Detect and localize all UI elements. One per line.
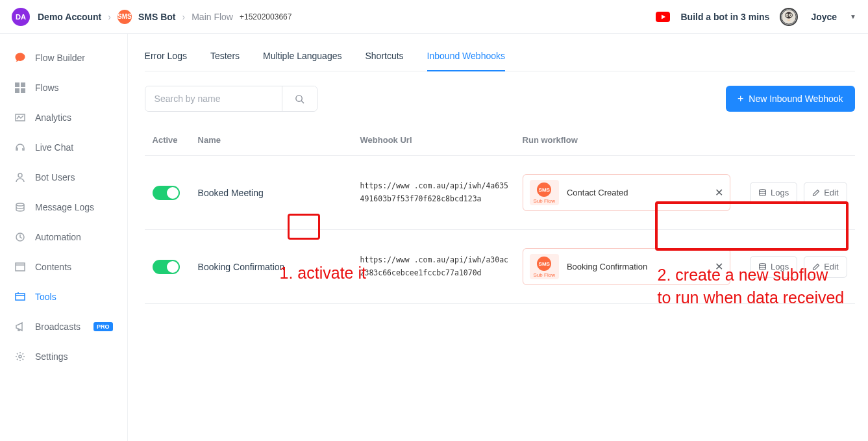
- chevron-down-icon: ▼: [850, 13, 856, 20]
- pencil-icon: [812, 189, 820, 197]
- avatar[interactable]: [780, 8, 798, 26]
- sidebar-item-label: Flow Builder: [35, 53, 85, 63]
- svg-point-19: [760, 190, 766, 192]
- sidebar-item-label: Message Logs: [35, 202, 94, 212]
- sidebar-item-automation[interactable]: Automation: [0, 222, 127, 252]
- stack-icon: [14, 201, 26, 213]
- tab-shortcuts[interactable]: Shortcuts: [365, 43, 403, 71]
- active-toggle[interactable]: [153, 260, 180, 274]
- workflow-name: Contact Created: [567, 188, 707, 197]
- logs-button[interactable]: Logs: [750, 182, 797, 204]
- svg-rect-10: [21, 88, 25, 93]
- grid-icon: [14, 82, 26, 94]
- automation-icon: [14, 231, 26, 243]
- sidebar-item-analytics[interactable]: Analytics: [0, 103, 127, 132]
- user-icon: [14, 171, 26, 183]
- user-menu[interactable]: Joyce: [811, 12, 837, 22]
- svg-point-13: [16, 203, 24, 206]
- svg-point-18: [295, 95, 301, 101]
- sidebar-item-label: Broadcasts: [35, 321, 81, 332]
- plus-icon: +: [738, 94, 743, 104]
- svg-point-6: [790, 14, 791, 16]
- col-header-workflow: Run workflow: [523, 135, 730, 145]
- subflow-label: Sub Flow: [534, 272, 555, 278]
- svg-rect-8: [21, 82, 25, 87]
- col-header-active: Active: [153, 135, 198, 145]
- stack-icon: [758, 188, 767, 197]
- gear-icon: [14, 351, 26, 362]
- svg-point-5: [787, 14, 788, 16]
- sidebar-item-label: Live Chat: [35, 142, 73, 153]
- col-header-url: Webhook Url: [360, 135, 523, 145]
- sidebar-item-settings[interactable]: Settings: [0, 342, 127, 372]
- search-input[interactable]: [145, 86, 282, 111]
- megaphone-icon: [14, 321, 26, 333]
- sidebar-item-contents[interactable]: Contents: [0, 252, 127, 282]
- sidebar-item-flow-builder[interactable]: Flow Builder: [0, 43, 127, 73]
- svg-rect-16: [16, 294, 25, 300]
- build-bot-link[interactable]: Build a bot in 3 mins: [680, 12, 769, 22]
- col-header-name: Name: [198, 135, 360, 145]
- tab-languages[interactable]: Multiple Languages: [263, 43, 341, 71]
- active-toggle[interactable]: [153, 186, 180, 200]
- webhook-url: https://www .com.au/api/iwh/a30ac2383c66…: [360, 254, 523, 279]
- crumb-bot[interactable]: SMS Bot: [138, 12, 176, 22]
- svg-point-12: [18, 173, 22, 177]
- chevron-right-icon: ›: [182, 12, 186, 22]
- sidebar-item-label: Settings: [35, 351, 68, 362]
- sms-icon: SMS: [537, 183, 551, 197]
- tab-inbound-webhooks[interactable]: Inbound Webhooks: [427, 43, 505, 71]
- account-badge[interactable]: DA: [12, 8, 30, 26]
- chart-icon: [14, 112, 26, 123]
- sms-icon: SMS: [118, 10, 132, 24]
- breadcrumb: Demo Account › SMS SMS Bot › Main Flow +…: [38, 10, 291, 24]
- svg-rect-15: [16, 263, 25, 271]
- sidebar-item-message-logs[interactable]: Message Logs: [0, 192, 127, 222]
- svg-rect-9: [15, 88, 19, 93]
- sidebar-item-label: Analytics: [35, 112, 71, 123]
- svg-rect-7: [15, 82, 19, 87]
- tab-error-logs[interactable]: Error Logs: [145, 43, 187, 71]
- new-inbound-webhook-button[interactable]: + New Inbound Webhook: [726, 86, 855, 112]
- phone-number: +15202003667: [240, 12, 291, 21]
- chat-bubble-icon: [14, 52, 26, 64]
- close-icon[interactable]: ✕: [715, 186, 723, 199]
- sidebar-item-tools[interactable]: Tools: [0, 282, 127, 312]
- search-icon: [295, 94, 304, 104]
- webhook-name: Booked Meeting: [198, 188, 360, 198]
- youtube-icon[interactable]: [656, 12, 670, 22]
- crumb-account[interactable]: Demo Account: [38, 12, 101, 22]
- annotation-text-2: 2. create a new subflow to run when data…: [658, 264, 845, 309]
- sidebar-item-label: Bot Users: [35, 172, 75, 183]
- subflow-label: Sub Flow: [534, 198, 555, 204]
- annotation-text-1: 1. activate it: [280, 264, 366, 283]
- headset-icon: [14, 142, 26, 153]
- sidebar-item-label: Automation: [35, 232, 81, 242]
- workflow-chip[interactable]: SMS Sub Flow Contact Created ✕: [523, 174, 730, 211]
- edit-button[interactable]: Edit: [804, 182, 847, 204]
- sidebar-item-live-chat[interactable]: Live Chat: [0, 132, 127, 162]
- chevron-right-icon: ›: [108, 12, 111, 22]
- window-icon: [14, 261, 26, 273]
- svg-point-17: [19, 355, 21, 358]
- tab-testers[interactable]: Testers: [210, 43, 240, 71]
- sidebar-item-flows[interactable]: Flows: [0, 73, 127, 103]
- new-button-label: New Inbound Webhook: [749, 94, 843, 104]
- tools-icon: [14, 291, 26, 303]
- sidebar-item-label: Flows: [35, 82, 59, 93]
- sidebar-item-bot-users[interactable]: Bot Users: [0, 162, 127, 192]
- sms-icon: SMS: [537, 257, 551, 271]
- webhook-url: https://www .com.au/api/iwh/4a635491603b…: [360, 180, 523, 205]
- pro-badge: PRO: [93, 322, 113, 331]
- table-row: Booked Meeting https://www .com.au/api/i…: [145, 156, 855, 230]
- crumb-flow[interactable]: Main Flow: [192, 12, 233, 22]
- sidebar-item-broadcasts[interactable]: Broadcasts PRO: [0, 312, 127, 342]
- sidebar-item-label: Contents: [35, 262, 71, 272]
- sidebar-item-label: Tools: [35, 292, 56, 302]
- search-button[interactable]: [282, 86, 317, 111]
